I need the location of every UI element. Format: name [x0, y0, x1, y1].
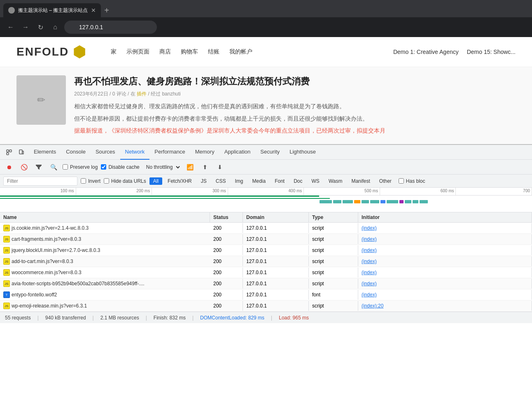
- excerpt-line3: 据最新报道，《深圳经济特区消费者权益保护条例》是深圳市人大常委会今年的重点立法项…: [74, 126, 516, 136]
- devtools-tab-application[interactable]: Application: [219, 145, 256, 160]
- row-status: 200: [210, 245, 243, 255]
- filter-tag-img[interactable]: Img: [231, 177, 247, 185]
- tick-500: 500 ms: [304, 188, 380, 195]
- excerpt-line1: 相信大家都曾经见过健身房、理发店跑路的情况，他们有些是真的遇到困难，有些单纯就是…: [74, 102, 516, 112]
- row-initiator: (index):20: [358, 301, 532, 311]
- row-name: cart-fragments.min.js?ver=8.0.3: [12, 236, 81, 242]
- col-header-type[interactable]: Type: [309, 212, 358, 222]
- clear-button[interactable]: 🚫: [18, 161, 30, 173]
- devtools-tab-bar: ElementsConsoleSourcesNetworkPerformance…: [0, 145, 532, 160]
- table-row[interactable]: JS js.cookie.min.js?ver=2.1.4-wc.8.0.3 2…: [0, 223, 532, 234]
- invert-checkbox[interactable]: [81, 178, 86, 184]
- table-row[interactable]: JS wp-emoji-release.min.js?ver=6.3.1 200…: [0, 301, 532, 312]
- filter-tag-media[interactable]: Media: [248, 177, 269, 185]
- col-header-initiator[interactable]: Initiator: [358, 212, 532, 222]
- filter-tag-fetchxhr[interactable]: Fetch/XHR: [164, 177, 196, 185]
- initiator-link[interactable]: (index): [362, 236, 377, 242]
- nav-checkout[interactable]: 结账: [208, 48, 219, 56]
- nav-cart[interactable]: 购物车: [181, 48, 198, 56]
- row-name: entypo-fontello.woff2: [12, 292, 57, 298]
- table-row[interactable]: JS avia-footer-scripts-b952b94be500a2cab…: [0, 278, 532, 289]
- devtools-tab-performance[interactable]: Performance: [149, 145, 190, 160]
- preserve-log-checkbox[interactable]: [63, 164, 68, 170]
- svg-rect-1: [9, 150, 12, 152]
- initiator-link[interactable]: (index): [362, 281, 377, 287]
- initiator-link[interactable]: (index): [362, 225, 377, 231]
- demo-showcase-link[interactable]: Demo 15: Showc...: [467, 49, 516, 55]
- nav-bar: ← → ↻ ⌂ ⓘ: [0, 17, 532, 37]
- devtools-tab-memory[interactable]: Memory: [190, 145, 219, 160]
- has-blocked-checkbox[interactable]: [399, 178, 404, 184]
- timeline-ruler: 100 ms 200 ms 300 ms 400 ms 500 ms 600 m…: [0, 188, 532, 196]
- col-header-status[interactable]: Status: [210, 212, 243, 222]
- filter-icon-button[interactable]: [33, 161, 44, 173]
- search-icon-button[interactable]: 🔍: [48, 161, 59, 173]
- inspect-element-button[interactable]: [3, 147, 15, 158]
- initiator-link[interactable]: (index):20: [362, 303, 383, 309]
- disable-cache-checkbox[interactable]: [101, 164, 106, 170]
- table-row[interactable]: JS jquery.blockUI.min.js?ver=2.7.0-wc.8.…: [0, 245, 532, 256]
- row-name-cell: JS avia-footer-scripts-b952b94be500a2cab…: [0, 278, 210, 289]
- invert-label[interactable]: Invert: [81, 178, 100, 184]
- export-button[interactable]: ⬇: [214, 161, 226, 173]
- devtools-tab-lighthouse[interactable]: Lighthouse: [285, 145, 321, 160]
- filter-tag-manifest[interactable]: Manifest: [348, 177, 373, 185]
- preserve-log-label[interactable]: Preserve log: [63, 164, 98, 170]
- devtools-tab-network[interactable]: Network: [120, 145, 150, 160]
- filter-input[interactable]: [3, 177, 77, 186]
- nav-examples[interactable]: 示例页面: [126, 48, 149, 56]
- filter-tag-css[interactable]: CSS: [212, 177, 230, 185]
- demo-creative-agency-link[interactable]: Demo 1: Creative Agency: [393, 49, 459, 55]
- row-status: 200: [210, 268, 243, 277]
- devtools-tab-security[interactable]: Security: [255, 145, 285, 160]
- devtools-tab-console[interactable]: Console: [61, 145, 91, 160]
- col-header-domain[interactable]: Domain: [243, 212, 309, 222]
- col-header-name[interactable]: Name: [0, 212, 210, 222]
- throttle-select[interactable]: No throttling: [143, 163, 181, 171]
- address-input[interactable]: [64, 21, 157, 34]
- article-content: 再也不怕理发店、健身房跑路！深圳拟立法规范预付式消费 2023年6月22日 / …: [74, 75, 516, 136]
- back-button[interactable]: ←: [5, 21, 16, 33]
- row-name-cell: JS js.cookie.min.js?ver=2.1.4-wc.8.0.3: [0, 223, 210, 233]
- devtools-tab-elements[interactable]: Elements: [29, 145, 61, 160]
- filter-tag-all[interactable]: All: [149, 177, 162, 185]
- tab-close-button[interactable]: ✕: [91, 7, 96, 14]
- filter-tag-other[interactable]: Other: [376, 177, 395, 185]
- record-button[interactable]: ⏺: [3, 161, 15, 173]
- initiator-link[interactable]: (index): [362, 247, 377, 253]
- device-toggle-button[interactable]: [16, 147, 27, 158]
- home-button[interactable]: ⌂: [49, 21, 61, 33]
- table-row[interactable]: JS cart-fragments.min.js?ver=8.0.3 200 1…: [0, 234, 532, 245]
- table-row[interactable]: T entypo-fontello.woff2 200 127.0.0.1 fo…: [0, 289, 532, 301]
- tick-300: 300 ms: [152, 188, 228, 195]
- wifi-icon-button[interactable]: 📶: [184, 161, 196, 173]
- row-name-cell: JS jquery.blockUI.min.js?ver=2.7.0-wc.8.…: [0, 245, 210, 256]
- table-row[interactable]: JS add-to-cart.min.js?ver=8.0.3 200 127.…: [0, 256, 532, 267]
- hide-data-urls-label[interactable]: Hide data URLs: [104, 178, 146, 184]
- initiator-link[interactable]: (index): [362, 292, 377, 298]
- filter-tag-font[interactable]: Font: [271, 177, 288, 185]
- new-tab-button[interactable]: +: [101, 6, 112, 15]
- devtools-toolbar-icons: [2, 147, 29, 158]
- filter-tag-js[interactable]: JS: [197, 177, 210, 185]
- nav-shop[interactable]: 商店: [159, 48, 171, 56]
- nav-account[interactable]: 我的帐户: [229, 48, 252, 56]
- devtools-tab-sources[interactable]: Sources: [91, 145, 120, 160]
- disable-cache-label[interactable]: Disable cache: [101, 164, 139, 170]
- filter-tag-wasm[interactable]: Wasm: [325, 177, 346, 185]
- svg-rect-0: [7, 150, 9, 152]
- filter-tag-ws[interactable]: WS: [308, 177, 323, 185]
- domcontentloaded-time: DOMContentLoaded: 829 ms: [200, 315, 264, 321]
- active-tab[interactable]: 搬主题演示站 – 搬主题演示站点 ✕: [3, 3, 101, 17]
- filter-tag-doc[interactable]: Doc: [290, 177, 306, 185]
- hide-data-urls-checkbox[interactable]: [104, 178, 109, 184]
- import-button[interactable]: ⬆: [199, 161, 211, 173]
- forward-button[interactable]: →: [20, 21, 31, 33]
- refresh-button[interactable]: ↻: [35, 21, 46, 33]
- has-blocked-label[interactable]: Has bloc: [399, 178, 425, 184]
- initiator-link[interactable]: (index): [362, 259, 377, 264]
- nav-home[interactable]: 家: [111, 48, 117, 56]
- table-row[interactable]: JS woocommerce.min.js?ver=8.0.3 200 127.…: [0, 267, 532, 278]
- initiator-link[interactable]: (index): [362, 270, 377, 275]
- row-status: 200: [210, 279, 243, 289]
